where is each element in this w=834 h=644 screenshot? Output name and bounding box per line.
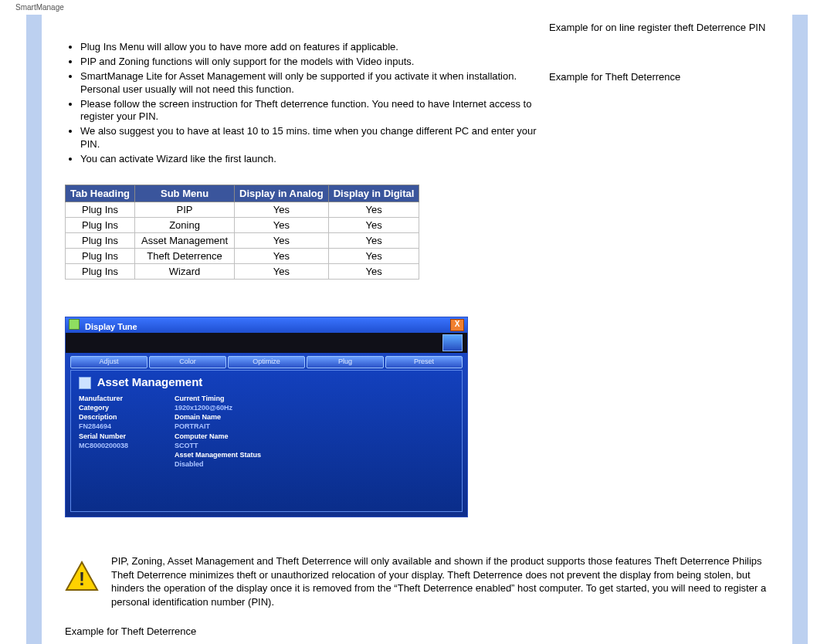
warning-section: ! PIP, Zoning, Asset Management and Thef… xyxy=(42,554,792,637)
right-gutter xyxy=(808,15,834,644)
right-blue-bar xyxy=(792,15,808,644)
cell: Plug Ins xyxy=(66,249,135,264)
lbl-description: Description xyxy=(79,412,128,422)
table-row: Plug Ins Theft Deterrence Yes Yes xyxy=(66,249,419,264)
val-computer: SCOTT xyxy=(175,441,261,450)
main-left-column: Plug Ins Menu will allow you to have mor… xyxy=(42,18,549,280)
bullet-list: Plug Ins Menu will allow you to have mor… xyxy=(65,41,540,166)
header-small: SmartManage xyxy=(0,0,834,15)
list-item: We also suggest you to have at least 10 … xyxy=(80,125,540,151)
cell: Wizard xyxy=(135,264,235,280)
table-row: Plug Ins Wizard Yes Yes xyxy=(66,264,419,280)
dropdown-icon[interactable] xyxy=(442,334,463,351)
lbl-manufacturer: Manufacturer xyxy=(79,394,128,403)
list-item: SmartManage Lite for Asset Management wi… xyxy=(80,70,540,97)
display-tune-window: Display Tune X Adjust Color Optimize Plu… xyxy=(65,317,468,517)
cell: Yes xyxy=(235,218,329,233)
asset-management-panel: Asset Management Manufacturer Category D… xyxy=(70,370,463,512)
title-left: Display Tune xyxy=(69,319,137,331)
tab-preset[interactable]: Preset xyxy=(385,356,463,368)
panel-title-text: Asset Management xyxy=(97,375,203,388)
toolbar-strip xyxy=(66,333,467,353)
val-timing: 1920x1200@60Hz xyxy=(175,403,261,412)
cell: Yes xyxy=(235,233,329,249)
side-links-column: Example for on line register theft Deter… xyxy=(549,18,792,280)
list-item: Plug Ins Menu will allow you to have mor… xyxy=(80,41,540,54)
val-domain: PORTRAIT xyxy=(175,422,261,431)
val-serial: MC8000200038 xyxy=(79,441,128,450)
cell: Plug Ins xyxy=(66,218,135,233)
val-am-status: Disabled xyxy=(175,459,261,469)
left-blue-bar xyxy=(26,15,42,644)
panel-icon xyxy=(79,377,91,389)
side-link-register-pin[interactable]: Example for on line register theft Deter… xyxy=(549,21,792,35)
tab-color[interactable]: Color xyxy=(149,356,226,368)
cell: Plug Ins xyxy=(66,264,135,280)
cell: Zoning xyxy=(135,218,235,233)
cell: PIP xyxy=(135,202,235,218)
side-link-theft-deterrence[interactable]: Example for Theft Deterrence xyxy=(549,70,792,84)
info-grid: Manufacturer Category Description FN2846… xyxy=(79,394,454,469)
table-row: Plug Ins Zoning Yes Yes xyxy=(66,218,419,233)
warning-row: ! PIP, Zoning, Asset Management and Thef… xyxy=(65,554,792,608)
th-display-digital: Display in Digital xyxy=(328,185,419,202)
panel-shell: Adjust Color Optimize Plug Preset Asset … xyxy=(66,353,467,517)
cell: Yes xyxy=(235,249,329,264)
lbl-serial: Serial Number xyxy=(79,432,128,441)
list-item: Please follow the screen instruction for… xyxy=(80,98,540,124)
th-display-analog: Display in Analog xyxy=(235,185,329,202)
warning-text: PIP, Zoning, Asset Management and Theft … xyxy=(111,554,769,608)
app-icon xyxy=(69,319,80,330)
cell: Asset Management xyxy=(135,233,235,249)
lbl-category: Category xyxy=(79,403,128,412)
tab-row: Adjust Color Optimize Plug Preset xyxy=(70,356,463,368)
cell: Yes xyxy=(328,264,419,280)
cell: Yes xyxy=(328,233,419,249)
warning-icon: ! xyxy=(65,559,99,593)
top-row: Plug Ins Menu will allow you to have mor… xyxy=(42,15,792,280)
tab-adjust[interactable]: Adjust xyxy=(70,356,147,368)
close-button[interactable]: X xyxy=(450,319,464,331)
info-col-left: Manufacturer Category Description FN2846… xyxy=(79,394,128,469)
left-gutter xyxy=(0,15,26,644)
page-layout: Plug Ins Menu will allow you to have mor… xyxy=(0,15,834,644)
table-header-row: Tab Heading Sub Menu Display in Analog D… xyxy=(66,185,419,202)
cell: Plug Ins xyxy=(66,202,135,218)
cell: Yes xyxy=(328,202,419,218)
list-item: You can activate Wizard like the first l… xyxy=(80,153,540,166)
cell: Yes xyxy=(328,249,419,264)
table-row: Plug Ins Asset Management Yes Yes xyxy=(66,233,419,249)
lbl-domain: Domain Name xyxy=(175,412,261,422)
info-col-right: Current Timing 1920x1200@60Hz Domain Nam… xyxy=(175,394,261,469)
screenshot-wrap: Display Tune X Adjust Color Optimize Plu… xyxy=(42,317,792,517)
th-tab-heading: Tab Heading xyxy=(66,185,135,202)
panel-title: Asset Management xyxy=(79,375,454,389)
svg-text:!: ! xyxy=(79,568,85,589)
lbl-timing: Current Timing xyxy=(175,394,261,403)
table-row: Plug Ins PIP Yes Yes xyxy=(66,202,419,218)
cell: Yes xyxy=(235,202,329,218)
titlebar: Display Tune X xyxy=(66,317,467,333)
val-description: FN284694 xyxy=(79,422,128,431)
cell: Plug Ins xyxy=(66,233,135,249)
lbl-am-status: Asset Management Status xyxy=(175,450,261,459)
cell: Yes xyxy=(328,218,419,233)
example-label: Example for Theft Deterrence xyxy=(65,625,792,637)
content-area: Plug Ins Menu will allow you to have mor… xyxy=(42,15,792,644)
cell: Theft Deterrence xyxy=(135,249,235,264)
window-title: Display Tune xyxy=(85,322,137,331)
tab-optimize[interactable]: Optimize xyxy=(228,356,305,368)
feature-table: Tab Heading Sub Menu Display in Analog D… xyxy=(65,185,419,280)
lbl-computer: Computer Name xyxy=(175,432,261,441)
cell: Yes xyxy=(235,264,329,280)
tab-plug[interactable]: Plug xyxy=(307,356,384,368)
list-item: PIP and Zoning functions will only suppo… xyxy=(80,56,540,69)
th-sub-menu: Sub Menu xyxy=(135,185,235,202)
